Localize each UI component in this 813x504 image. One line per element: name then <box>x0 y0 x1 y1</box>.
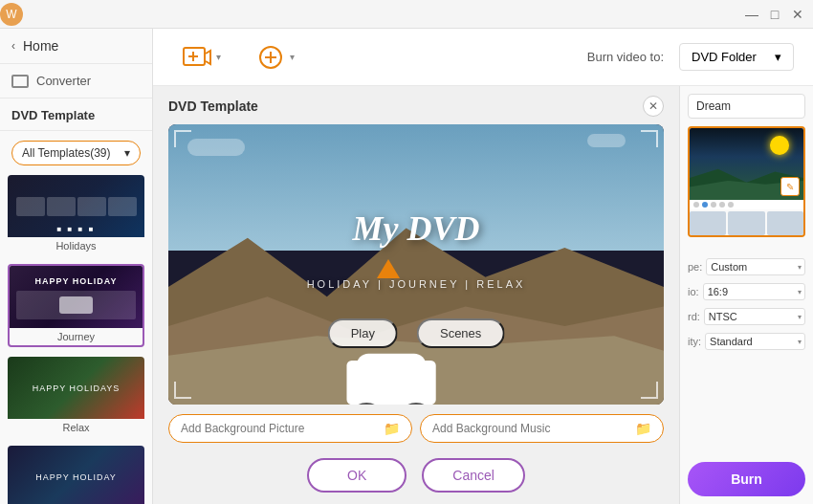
sidebar-item-converter[interactable]: Converter <box>0 64 152 99</box>
burn-button[interactable]: Burn <box>688 462 805 496</box>
triangle-indicator <box>377 259 400 278</box>
relax-thumb-text: HAPPY HOLIDAYS <box>33 383 121 393</box>
template-list: ■ ■ ■ ■ Holidays HAPPY HOLIDAY Journey <box>0 175 152 504</box>
ratio-field-row: io: 16:9 4:3 ▾ <box>688 283 805 300</box>
quality-select[interactable]: Standard High <box>705 333 805 350</box>
strip-item <box>16 197 45 216</box>
burn-dropdown-chevron: ▾ <box>775 50 781 64</box>
ratio-select[interactable]: 16:9 4:3 <box>703 283 805 300</box>
dropdown-label: All Templates(39) <box>22 146 110 160</box>
dropdown-chevron-icon: ▾ <box>124 146 130 160</box>
dvd-template-header: DVD Template <box>0 99 152 131</box>
template-item-4[interactable]: HAPPY HOLIDAY <box>8 446 144 504</box>
converter-icon <box>11 75 29 88</box>
car-shape <box>59 296 93 314</box>
template-item-holidays[interactable]: ■ ■ ■ ■ Holidays <box>8 175 144 254</box>
ok-button[interactable]: OK <box>307 458 406 493</box>
thumb-dot <box>693 202 699 208</box>
add-video-icon <box>182 42 212 73</box>
play-scenes-group: Play Scenes <box>328 318 505 348</box>
spacer <box>688 245 805 251</box>
dialog-title: DVD Template <box>168 99 643 114</box>
template-dropdown[interactable]: All Templates(39) ▾ <box>11 141 141 165</box>
content-area: DVD Template ✕ <box>153 86 813 504</box>
right-panel: ▶ ✎ <box>679 86 813 504</box>
preview-bg: My DVD HOLIDAY | JOURNEY | RELAX Play Sc… <box>168 124 664 405</box>
preview-thumb: ✎ <box>690 128 803 200</box>
converter-label: Converter <box>36 74 91 88</box>
svg-rect-12 <box>357 354 427 379</box>
thumb-strip-small <box>767 211 803 235</box>
add-chapter-button[interactable]: ▾ <box>246 36 304 78</box>
search-box: ▶ <box>688 94 805 119</box>
add-chapter-chevron: ▾ <box>290 52 295 62</box>
standard-field-wrap: NTSC PAL ▾ <box>704 308 805 325</box>
corner-decoration-br <box>641 382 658 399</box>
template-thumb-holidays: ■ ■ ■ ■ <box>8 175 144 237</box>
add-video-button[interactable]: ▾ <box>172 36 231 78</box>
holidays-thumb-text: ■ ■ ■ ■ <box>57 225 96 233</box>
title-bar: W — □ ✕ <box>0 0 813 29</box>
type-select[interactable]: Custom Standard Widescreen <box>706 258 805 275</box>
cloud <box>587 134 626 147</box>
close-button[interactable]: ✕ <box>790 7 805 22</box>
scenes-button[interactable]: Scenes <box>417 318 504 348</box>
journey-thumb-title: HAPPY HOLIDAY <box>34 274 117 288</box>
template-name-holidays: Holidays <box>8 237 144 254</box>
dvd-main-title: My DVD <box>353 208 480 249</box>
minimize-button[interactable]: — <box>744 7 759 22</box>
type-field-wrap: Custom Standard Widescreen ▾ <box>706 258 805 275</box>
standard-field-row: rd: NTSC PAL ▾ <box>688 308 805 325</box>
preview-frame: My DVD HOLIDAY | JOURNEY | RELAX Play Sc… <box>168 124 664 405</box>
thumb-moon <box>770 136 789 155</box>
bg-music-wrap: 📁 <box>420 414 664 443</box>
burn-destination-dropdown[interactable]: DVD Folder ▾ <box>679 43 794 71</box>
maximize-button[interactable]: □ <box>767 7 782 22</box>
burn-to-label: Burn video to: <box>587 50 664 64</box>
type-field-row: pe: Custom Standard Widescreen ▾ <box>688 258 805 275</box>
toolbar: ▾ ▾ Burn video to: DVD Folder ▾ <box>153 29 813 86</box>
corner-decoration-bl <box>174 382 191 399</box>
strip-item <box>108 197 137 216</box>
template-name-journey: Journey <box>10 328 143 345</box>
play-button[interactable]: Play <box>328 318 398 348</box>
template-item-relax[interactable]: HAPPY HOLIDAYS Relax <box>8 357 144 436</box>
template-name-relax: Relax <box>8 419 144 436</box>
quality-field-label: ity: <box>688 336 701 347</box>
thumb-dot-active <box>702 202 708 208</box>
thumb-dot <box>711 202 716 208</box>
add-video-chevron: ▾ <box>216 52 221 62</box>
back-arrow-icon: ‹ <box>11 39 15 53</box>
bg-music-folder-icon[interactable]: 📁 <box>635 421 651 436</box>
template4-thumb-text: HAPPY HOLIDAY <box>35 472 117 482</box>
thumb-strip-small <box>728 211 764 235</box>
sidebar-nav-home[interactable]: ‹ Home <box>0 29 152 64</box>
strip-item <box>47 197 76 216</box>
dialog-header: DVD Template ✕ <box>153 86 679 124</box>
search-input[interactable] <box>696 99 813 113</box>
corner-decoration-tr <box>641 130 658 147</box>
standard-select[interactable]: NTSC PAL <box>704 308 805 325</box>
burn-destination-value: DVD Folder <box>692 50 757 64</box>
dialog-close-button[interactable]: ✕ <box>643 96 664 117</box>
thumb-dots <box>690 200 803 209</box>
ratio-field-wrap: 16:9 4:3 ▾ <box>703 283 805 300</box>
type-field-label: pe: <box>688 261 702 273</box>
main-area: ▾ ▾ Burn video to: DVD Folder ▾ DVD Tem <box>153 29 813 504</box>
add-chapter-icon <box>255 42 286 73</box>
bg-picture-input[interactable] <box>181 422 376 435</box>
dialog-actions: OK Cancel <box>168 450 664 504</box>
dvd-subtitle: HOLIDAY | JOURNEY | RELAX <box>307 278 526 290</box>
preview-thumb-container: ✎ <box>688 126 805 237</box>
thumb-edit-icon[interactable]: ✎ <box>780 177 800 196</box>
bg-picture-folder-icon[interactable]: 📁 <box>384 421 400 436</box>
cloud <box>187 139 245 156</box>
template-thumb-relax: HAPPY HOLIDAYS <box>8 357 144 419</box>
window-controls: — □ ✕ <box>744 7 805 22</box>
home-label: Home <box>23 38 58 54</box>
template-item-journey[interactable]: HAPPY HOLIDAY Journey <box>8 264 144 347</box>
standard-field-label: rd: <box>688 311 700 322</box>
sidebar: ‹ Home Converter DVD Template All Templa… <box>0 29 153 504</box>
bg-music-input[interactable] <box>432 422 627 435</box>
cancel-button[interactable]: Cancel <box>422 458 525 493</box>
